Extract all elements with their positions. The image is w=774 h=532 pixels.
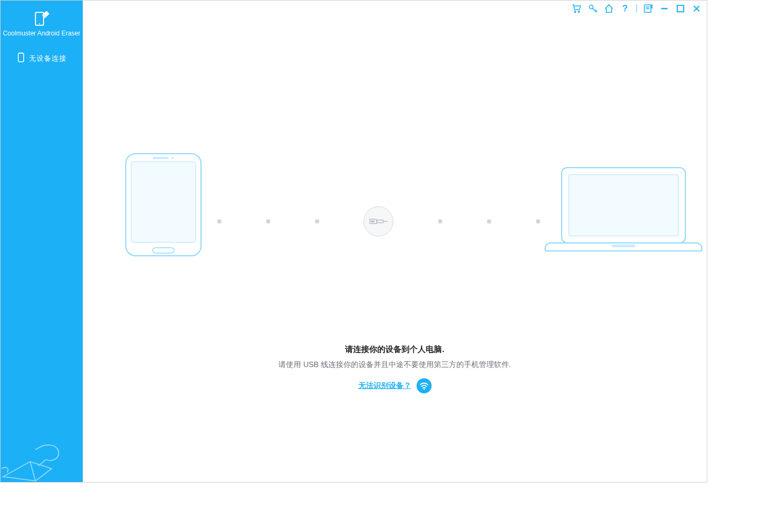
svg-rect-14 [677,5,684,12]
separator [636,4,637,13]
dot [487,219,491,224]
svg-point-29 [423,389,424,390]
svg-rect-28 [612,245,635,247]
help-icon[interactable]: ? [620,4,630,13]
key-icon[interactable] [588,4,598,13]
svg-rect-19 [153,157,169,159]
svg-point-9 [590,5,593,9]
svg-point-1 [39,23,40,24]
window-controls: ? [572,4,701,13]
connection-dots [217,206,540,236]
laptop-icon [543,165,704,258]
connection-illustration [83,151,707,258]
svg-point-20 [171,157,174,159]
cart-icon[interactable] [572,4,582,13]
connect-subtitle: 请使用 USB 线连接你的设备并且中途不要使用第三方的手机管理软件. [278,360,511,370]
cannot-recognize-link[interactable]: 无法识别设备？ [359,381,411,391]
dot [315,219,319,224]
svg-rect-24 [377,220,383,223]
connect-title: 请连接你的设备到个人电脑. [278,344,511,355]
wifi-button[interactable] [417,378,432,393]
dot [438,219,442,224]
svg-point-8 [578,11,580,13]
home-icon[interactable] [604,4,614,13]
eraser-decoration-icon [1,418,83,482]
dot [266,219,270,224]
maximize-button[interactable] [676,4,685,13]
sidebar: Coolmuster Android Eraser 无设备连接 [1,1,83,482]
app-logo-block: Coolmuster Android Eraser [3,10,80,37]
main-content: ? [83,1,707,482]
phone-usb-icon [17,52,25,64]
svg-rect-18 [131,162,196,242]
svg-rect-27 [569,175,678,236]
dot [536,219,540,224]
app-title: Coolmuster Android Eraser [3,30,80,37]
usb-connector-icon [363,206,393,236]
device-status: 无设备连接 [17,52,67,64]
wifi-icon [419,381,429,391]
svg-rect-23 [370,221,375,222]
help-row: 无法识别设备？ [278,378,511,393]
minimize-button[interactable] [660,4,669,13]
close-button[interactable] [692,4,701,13]
phone-icon [123,151,204,261]
feedback-icon[interactable] [643,4,653,13]
messages: 请连接你的设备到个人电脑. 请使用 USB 线连接你的设备并且中途不要使用第三方… [278,344,511,393]
app-logo-icon [33,10,50,27]
svg-point-7 [575,11,576,13]
svg-rect-4 [18,53,24,62]
device-status-label: 无设备连接 [29,54,67,63]
dot [217,219,221,224]
